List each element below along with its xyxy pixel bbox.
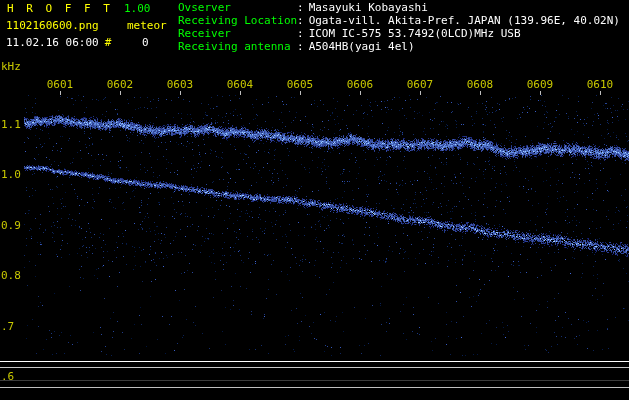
app-version: 1.00: [124, 3, 151, 15]
y-axis-tick-label: 0.9: [1, 220, 21, 232]
level-graph-line: [0, 387, 629, 388]
info-colon: :: [297, 1, 304, 14]
x-axis-tick-label: 0606: [347, 79, 374, 91]
x-axis-tick-mark: [480, 91, 481, 95]
x-axis-tick-label: 0610: [587, 79, 614, 91]
x-axis-tick-label: 0609: [527, 79, 554, 91]
y-axis-unit-label: kHz: [1, 61, 21, 73]
y-axis-tick-label: 1.0: [1, 169, 21, 181]
info-colon: :: [297, 40, 304, 53]
info-value: Ogata-vill. Akita-Pref. JAPAN (139.96E, …: [309, 14, 620, 27]
y-axis-tick-label: 1.1: [1, 119, 21, 131]
info-value: Masayuki Kobayashi: [309, 1, 428, 14]
x-axis-tick-label: 0602: [107, 79, 134, 91]
level-graph-line: [0, 380, 629, 381]
x-axis-tick-label: 0601: [47, 79, 74, 91]
info-colon: :: [297, 27, 304, 40]
x-axis-tick-label: 0603: [167, 79, 194, 91]
x-axis-tick-mark: [60, 91, 61, 95]
app-title: H R O F F T: [7, 3, 113, 15]
x-axis-tick-mark: [180, 91, 181, 95]
x-axis-tick-mark: [420, 91, 421, 95]
info-label: Ovserver: [178, 2, 297, 14]
info-value: A504HB(yagi 4el): [309, 40, 415, 53]
y-axis-tick-label: 0.8: [1, 270, 21, 282]
info-row-antenna: Receiving antenna:A504HB(yagi 4el): [178, 41, 620, 54]
info-value: ICOM IC-575 53.7492(0LCD)MHz USB: [309, 27, 521, 40]
info-colon: :: [297, 14, 304, 27]
info-label: Receiving antenna: [178, 41, 297, 53]
datetime-row: 11.02.16 06:00#: [6, 37, 111, 49]
y-axis-tick-label: .7: [1, 321, 14, 333]
x-axis-tick-label: 0608: [467, 79, 494, 91]
info-label: Receiving Location: [178, 15, 297, 27]
mode-label: meteor: [127, 20, 167, 32]
x-axis-tick-mark: [540, 91, 541, 95]
meteor-count: 0: [142, 37, 149, 49]
x-axis-tick-mark: [300, 91, 301, 95]
x-axis-tick-mark: [240, 91, 241, 95]
x-axis-tick-mark: [120, 91, 121, 95]
hrofft-output: 0601060206030604060506060607060806090610…: [0, 0, 629, 400]
output-filename: 1102160600.png: [6, 20, 99, 32]
x-axis-tick-label: 0607: [407, 79, 434, 91]
x-axis-tick-mark: [600, 91, 601, 95]
level-graph-line: [0, 367, 629, 368]
axis-layer: 0601060206030604060506060607060806090610…: [0, 0, 629, 400]
x-axis-tick-label: 0605: [287, 79, 314, 91]
station-info: Ovserver:Masayuki Kobayashi Receiving Lo…: [178, 2, 620, 54]
y-axis-tick-label: .6: [1, 371, 14, 383]
level-graph-line: [0, 361, 629, 362]
x-axis-tick-mark: [360, 91, 361, 95]
info-label: Receiver: [178, 28, 297, 40]
x-axis-tick-label: 0604: [227, 79, 254, 91]
observation-datetime: 11.02.16 06:00: [6, 36, 99, 49]
marker-hash: #: [105, 36, 112, 49]
